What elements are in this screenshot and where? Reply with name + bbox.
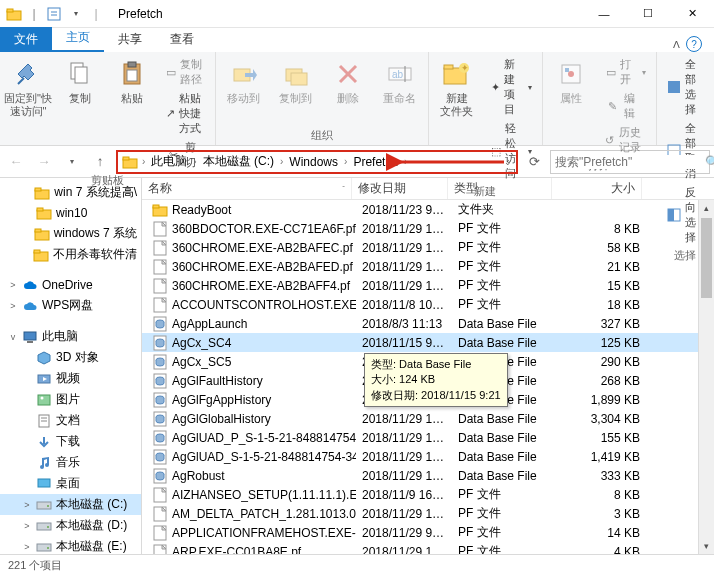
- table-row[interactable]: ARP.EXE-CC01BA8E.pf2018/11/29 14:53PF 文件…: [142, 542, 714, 554]
- db-file-icon: [152, 468, 168, 484]
- rename-button[interactable]: ab 重命名: [378, 56, 422, 126]
- tree-item[interactable]: 视频: [0, 368, 141, 389]
- search-input[interactable]: [555, 155, 705, 169]
- ribbon-collapse-icon[interactable]: ᐱ: [673, 39, 680, 50]
- properties-button[interactable]: 属性: [549, 56, 593, 156]
- nav-recent-button[interactable]: ▾: [60, 150, 84, 174]
- table-row[interactable]: 360BDOCTOR.EXE-CC71EA6F.pf2018/11/29 14:…: [142, 219, 714, 238]
- help-icon[interactable]: ?: [686, 36, 702, 52]
- col-name[interactable]: 名称ˆ: [142, 178, 352, 199]
- vertical-scrollbar[interactable]: ▴ ▾: [698, 200, 714, 554]
- open-button[interactable]: ▭打开▾: [601, 56, 650, 88]
- move-to-button[interactable]: 移动到: [222, 56, 266, 126]
- table-row[interactable]: AgAppLaunch2018/8/3 11:13Data Base File3…: [142, 314, 714, 333]
- crumb-sep-icon[interactable]: ›: [191, 156, 198, 167]
- tree-label: windows 7 系统: [54, 225, 137, 242]
- file-type: PF 文件: [452, 277, 556, 294]
- scroll-up-icon[interactable]: ▴: [699, 200, 714, 216]
- new-item-button[interactable]: ✦新建项目▾: [487, 56, 536, 118]
- crumb-sep-icon[interactable]: ›: [342, 156, 349, 167]
- tab-home[interactable]: 主页: [52, 25, 104, 52]
- tree-item[interactable]: 3D 对象: [0, 347, 141, 368]
- tab-view[interactable]: 查看: [156, 27, 208, 52]
- tab-share[interactable]: 共享: [104, 27, 156, 52]
- nav-forward-button[interactable]: →: [32, 150, 56, 174]
- table-row[interactable]: AgGlUAD_P_S-1-5-21-848814754-343...2018/…: [142, 428, 714, 447]
- col-date[interactable]: 修改日期: [352, 178, 448, 199]
- status-bar: 221 个项目: [0, 554, 714, 576]
- table-row[interactable]: 360CHROME.EXE-AB2BAFF4.pf2018/11/29 11:5…: [142, 276, 714, 295]
- table-row[interactable]: AM_DELTA_PATCH_1.281.1013.0.E-4D...2018/…: [142, 504, 714, 523]
- crumb-sep-icon[interactable]: ›: [278, 156, 285, 167]
- crumb-windows[interactable]: Windows: [287, 153, 340, 171]
- expand-icon[interactable]: >: [8, 301, 18, 311]
- expand-icon[interactable]: >: [22, 521, 32, 531]
- nav-tree[interactable]: win 7 系统提高\win10windows 7 系统不用杀毒软件清>OneD…: [0, 178, 142, 554]
- svg-rect-9: [128, 62, 136, 67]
- close-button[interactable]: ✕: [670, 0, 714, 28]
- copy-to-button[interactable]: 复制到: [274, 56, 318, 126]
- tree-item[interactable]: 音乐: [0, 452, 141, 473]
- tree-item[interactable]: >本地磁盘 (D:): [0, 515, 141, 536]
- table-row[interactable]: AgRobust2018/11/29 14:49Data Base File33…: [142, 466, 714, 485]
- edit-button[interactable]: ✎编辑: [601, 90, 650, 122]
- table-row[interactable]: AIZHANSEO_SETUP(1.11.11.1).EX-3AE...2018…: [142, 485, 714, 504]
- qat-dropdown-icon[interactable]: ▾: [68, 6, 84, 22]
- table-row[interactable]: 360CHROME.EXE-AB2BAFED.pf2018/11/29 14:3…: [142, 257, 714, 276]
- tree-item[interactable]: 图片: [0, 389, 141, 410]
- address-box[interactable]: › 此电脑 › 本地磁盘 (C:) › Windows › Prefetch ›…: [116, 150, 518, 174]
- tree-item[interactable]: >WPS网盘: [0, 295, 141, 316]
- nav-up-button[interactable]: ↑: [88, 150, 112, 174]
- crumb-drive[interactable]: 本地磁盘 (C:): [201, 151, 276, 172]
- open-icon: ▭: [605, 64, 616, 80]
- expand-icon[interactable]: >: [8, 280, 18, 290]
- tree-item[interactable]: win10: [0, 203, 141, 223]
- scroll-thumb[interactable]: [701, 218, 712, 298]
- file-type: PF 文件: [452, 220, 556, 237]
- crumb-sep-icon[interactable]: ›: [140, 156, 147, 167]
- table-row[interactable]: AgCx_SC42018/11/15 9:21Data Base File125…: [142, 333, 714, 352]
- crumb-prefetch[interactable]: Prefetch: [351, 153, 400, 171]
- expand-icon[interactable]: >: [22, 542, 32, 552]
- tree-item[interactable]: 下载: [0, 431, 141, 452]
- table-row[interactable]: APPLICATIONFRAMEHOST.EXE-C054...2018/11/…: [142, 523, 714, 542]
- tree-item[interactable]: 桌面: [0, 473, 141, 494]
- maximize-button[interactable]: ☐: [626, 0, 670, 28]
- tree-item[interactable]: >本地磁盘 (E:): [0, 536, 141, 554]
- refresh-button[interactable]: ⟳: [522, 150, 546, 174]
- table-row[interactable]: ACCOUNTSCONTROLHOST.EXE-96D...2018/11/8 …: [142, 295, 714, 314]
- nav-back-button[interactable]: ←: [4, 150, 28, 174]
- table-row[interactable]: AgGlUAD_S-1-5-21-848814754-34387...2018/…: [142, 447, 714, 466]
- tree-item[interactable]: >本地磁盘 (C:): [0, 494, 141, 515]
- qat-properties-icon[interactable]: [46, 6, 62, 22]
- copy-path-button[interactable]: ▭复制路径: [162, 56, 209, 88]
- db-file-icon: [152, 373, 168, 389]
- history-button[interactable]: ↺历史记录: [601, 124, 650, 156]
- select-all-button[interactable]: 全部选择: [663, 56, 708, 118]
- table-row[interactable]: 360CHROME.EXE-AB2BAFEC.pf2018/11/29 14:3…: [142, 238, 714, 257]
- addr-dropdown-icon[interactable]: ⌄: [504, 157, 512, 167]
- svg-rect-59: [153, 205, 159, 208]
- file-name: AIZHANSEO_SETUP(1.11.11.1).EX-3AE...: [172, 488, 356, 502]
- tree-item[interactable]: win 7 系统提高\: [0, 182, 141, 203]
- table-row[interactable]: ReadyBoot2018/11/23 9:25文件夹: [142, 200, 714, 219]
- crumb-sep-icon[interactable]: ›: [402, 156, 409, 167]
- tree-item[interactable]: 文档: [0, 410, 141, 431]
- expand-icon[interactable]: >: [22, 500, 32, 510]
- table-row[interactable]: AgGlGlobalHistory2018/11/29 14:49Data Ba…: [142, 409, 714, 428]
- expand-icon[interactable]: v: [8, 332, 18, 342]
- tree-item[interactable]: v此电脑: [0, 326, 141, 347]
- tree-item[interactable]: >OneDrive: [0, 275, 141, 295]
- crumb-pc[interactable]: 此电脑: [149, 151, 189, 172]
- tab-file[interactable]: 文件: [0, 27, 52, 52]
- paste-shortcut-button[interactable]: ↗粘贴快捷方式: [162, 90, 209, 137]
- col-type[interactable]: 类型: [448, 178, 552, 199]
- search-icon[interactable]: 🔍: [705, 155, 714, 169]
- scroll-down-icon[interactable]: ▾: [699, 538, 714, 554]
- delete-button[interactable]: 删除: [326, 56, 370, 126]
- minimize-button[interactable]: —: [582, 0, 626, 28]
- file-size: 21 KB: [556, 260, 646, 274]
- tree-item[interactable]: 不用杀毒软件清: [0, 244, 141, 265]
- tree-item[interactable]: windows 7 系统: [0, 223, 141, 244]
- col-size[interactable]: 大小: [552, 178, 642, 199]
